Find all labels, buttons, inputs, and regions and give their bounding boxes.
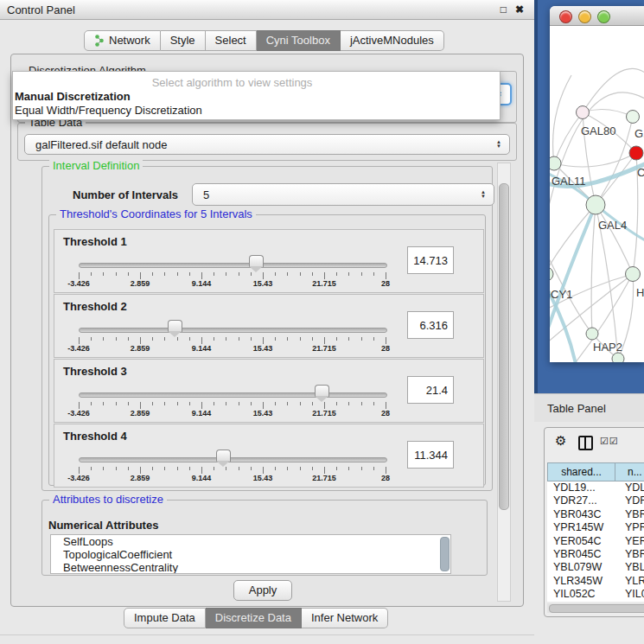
- cell-name[interactable]: YLR3: [620, 575, 644, 588]
- attribute-list-item[interactable]: BetweennessCentrality: [51, 561, 450, 574]
- minimize-traffic-light[interactable]: [578, 10, 591, 23]
- threshold-value-field[interactable]: 14.713: [407, 246, 454, 274]
- slider-track[interactable]: [79, 392, 387, 398]
- slider-tick: [140, 467, 141, 474]
- panel-scrollbar-thumb[interactable]: [499, 183, 509, 510]
- slider-tick-label: 9.144: [180, 409, 223, 418]
- table-row[interactable]: YBR045CYBR0: [547, 548, 644, 561]
- slider-tick: [103, 402, 104, 405]
- network-edge[interactable]: [554, 112, 583, 163]
- tab-style[interactable]: Style: [161, 30, 206, 51]
- close-window-icon[interactable]: ✖: [515, 3, 524, 16]
- network-node[interactable]: [586, 328, 598, 340]
- attribute-list-item[interactable]: TopologicalCoefficient: [51, 548, 450, 561]
- network-edge[interactable]: [583, 68, 644, 112]
- cell-shared-name[interactable]: YPR145W: [547, 521, 620, 534]
- cell-name[interactable]: YDL1: [620, 481, 644, 494]
- tab-network[interactable]: Network: [84, 30, 161, 51]
- network-view-window[interactable]: GAL80G.GAL11CGAL4GCY1HHAP2: [550, 6, 644, 362]
- network-node[interactable]: [612, 353, 624, 362]
- cell-name[interactable]: YBL0: [620, 561, 644, 574]
- network-graph[interactable]: GAL80G.GAL11CGAL4GCY1HHAP2: [550, 25, 644, 362]
- network-node[interactable]: [586, 195, 605, 214]
- threshold-value-field[interactable]: 11.344: [407, 441, 454, 469]
- cell-shared-name[interactable]: YDR27...: [547, 494, 620, 507]
- network-edge[interactable]: [596, 205, 633, 274]
- network-node[interactable]: [577, 106, 590, 119]
- cell-shared-name[interactable]: YBL079W: [547, 561, 620, 574]
- popup-item-equal-width[interactable]: Equal Width/Frequency Discretization: [15, 104, 202, 117]
- network-edge[interactable]: [553, 75, 571, 163]
- slider-tick: [361, 467, 362, 470]
- cell-name[interactable]: YPR1: [620, 521, 644, 534]
- network-node[interactable]: [629, 146, 643, 160]
- table-row[interactable]: YPR145WYPR1: [547, 521, 644, 534]
- float-window-icon[interactable]: □: [501, 3, 507, 16]
- table-row[interactable]: YBL079WYBL0: [547, 561, 644, 574]
- slider-handle[interactable]: [249, 255, 264, 267]
- cell-shared-name[interactable]: YDL19...: [547, 481, 620, 494]
- table-row[interactable]: YLR345WYLR3: [547, 575, 644, 588]
- cell-shared-name[interactable]: YLR345W: [547, 575, 620, 588]
- column-header-shared[interactable]: shared...: [547, 462, 615, 481]
- table-row[interactable]: YDL19...YDL1: [547, 481, 644, 494]
- table-hscrollbar-thumb[interactable]: [549, 604, 644, 613]
- slider-tick: [324, 337, 325, 344]
- cell-shared-name[interactable]: YBR045C: [547, 548, 620, 561]
- tab-select[interactable]: Select: [206, 30, 257, 51]
- tab-jactivemnodules[interactable]: jActiveMNodules: [341, 30, 444, 51]
- slider-track[interactable]: [79, 328, 387, 333]
- slider-handle[interactable]: [168, 320, 182, 332]
- tab-discretize-data[interactable]: Discretize Data: [206, 608, 302, 628]
- table-data-combobox[interactable]: galFiltered.sif default node ▲▼: [24, 134, 510, 155]
- slider-handle[interactable]: [216, 450, 231, 462]
- cell-name[interactable]: YER0: [620, 535, 644, 548]
- tab-cyni-toolbox[interactable]: Cyni Toolbox: [257, 30, 341, 51]
- tab-label: jActiveMNodules: [350, 32, 434, 49]
- zoom-traffic-light[interactable]: [597, 10, 610, 23]
- list-scrollbar-thumb[interactable]: [440, 537, 450, 571]
- threshold-value-field[interactable]: 21.4: [407, 376, 454, 404]
- slider-tick: [140, 272, 141, 279]
- network-edge[interactable]: [591, 205, 596, 334]
- slider-track[interactable]: [79, 263, 387, 268]
- cell-shared-name[interactable]: YIL052C: [547, 588, 620, 601]
- column-layout-icon[interactable]: [578, 436, 593, 450]
- apply-button[interactable]: Apply: [233, 580, 292, 601]
- tab-infer-network[interactable]: Infer Network: [302, 608, 388, 628]
- cell-shared-name[interactable]: YBR043C: [547, 508, 620, 521]
- cell-name[interactable]: YDR2: [620, 494, 644, 507]
- attribute-list-item[interactable]: SelfLoops: [51, 535, 450, 548]
- network-edge[interactable]: [554, 153, 636, 167]
- cell-name[interactable]: YBR0: [620, 548, 644, 561]
- numerical-attributes-list[interactable]: SelfLoopsTopologicalCoefficientBetweenne…: [50, 534, 451, 574]
- cell-name[interactable]: YIL0: [620, 588, 644, 601]
- gear-icon[interactable]: ⚙: [555, 433, 566, 449]
- table-row[interactable]: YDR27...YDR2: [547, 494, 644, 507]
- column-header-name[interactable]: n...: [615, 462, 644, 481]
- network-node[interactable]: [626, 267, 641, 282]
- close-traffic-light[interactable]: [559, 10, 572, 23]
- network-node[interactable]: [550, 267, 553, 281]
- slider-track[interactable]: [79, 457, 387, 462]
- tab-impute-data[interactable]: Impute Data: [124, 608, 206, 628]
- checkboxes-icon[interactable]: ☑☑: [600, 436, 619, 447]
- algorithm-prompt: Select algorithm to view settings: [13, 76, 451, 89]
- network-edge[interactable]: [583, 109, 633, 117]
- network-window-titlebar[interactable]: [550, 6, 644, 26]
- popup-item-manual[interactable]: Manual Discretization: [15, 90, 131, 103]
- network-node[interactable]: [550, 156, 561, 170]
- table-row[interactable]: YER054CYER0: [547, 535, 644, 548]
- table-row[interactable]: YBR043CYBR0: [547, 508, 644, 521]
- network-node[interactable]: [627, 111, 640, 124]
- threshold-value-field[interactable]: 6.316: [407, 311, 454, 339]
- slider-tick: [239, 402, 239, 405]
- table-row[interactable]: YIL052CYIL0: [547, 588, 644, 601]
- network-edge-highlighted[interactable]: [550, 205, 596, 338]
- cell-shared-name[interactable]: YER054C: [547, 535, 620, 548]
- num-intervals-combobox[interactable]: 5 ▲▼: [192, 183, 494, 206]
- table-panel-widget: ⚙ ☑☑ shared... n... YDL19...YDL1YDR27...…: [544, 427, 644, 617]
- cell-name[interactable]: YBR0: [620, 508, 644, 521]
- table-hscrollbar-track[interactable]: [547, 603, 644, 613]
- slider-handle[interactable]: [315, 385, 329, 397]
